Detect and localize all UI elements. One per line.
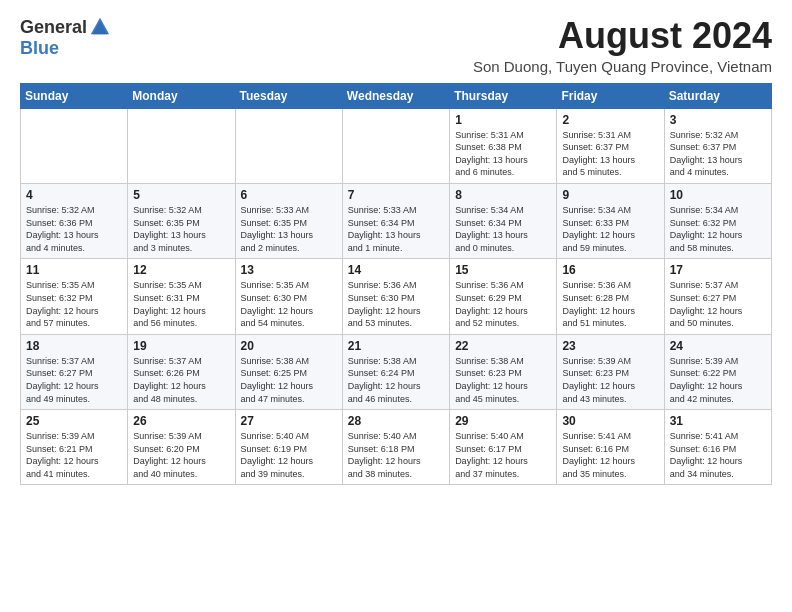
day-info: Sunrise: 5:36 AM Sunset: 6:29 PM Dayligh… xyxy=(455,279,551,329)
day-number: 12 xyxy=(133,263,229,277)
day-number: 30 xyxy=(562,414,658,428)
day-info: Sunrise: 5:38 AM Sunset: 6:23 PM Dayligh… xyxy=(455,355,551,405)
day-info: Sunrise: 5:36 AM Sunset: 6:28 PM Dayligh… xyxy=(562,279,658,329)
week-row-1: 1Sunrise: 5:31 AM Sunset: 6:38 PM Daylig… xyxy=(21,108,772,183)
day-info: Sunrise: 5:31 AM Sunset: 6:38 PM Dayligh… xyxy=(455,129,551,179)
day-info: Sunrise: 5:38 AM Sunset: 6:25 PM Dayligh… xyxy=(241,355,337,405)
calendar-cell: 28Sunrise: 5:40 AM Sunset: 6:18 PM Dayli… xyxy=(342,410,449,485)
calendar-cell: 16Sunrise: 5:36 AM Sunset: 6:28 PM Dayli… xyxy=(557,259,664,334)
day-info: Sunrise: 5:32 AM Sunset: 6:35 PM Dayligh… xyxy=(133,204,229,254)
calendar-cell: 14Sunrise: 5:36 AM Sunset: 6:30 PM Dayli… xyxy=(342,259,449,334)
calendar-cell: 3Sunrise: 5:32 AM Sunset: 6:37 PM Daylig… xyxy=(664,108,771,183)
calendar-cell: 19Sunrise: 5:37 AM Sunset: 6:26 PM Dayli… xyxy=(128,334,235,409)
calendar-cell: 26Sunrise: 5:39 AM Sunset: 6:20 PM Dayli… xyxy=(128,410,235,485)
calendar-cell: 1Sunrise: 5:31 AM Sunset: 6:38 PM Daylig… xyxy=(450,108,557,183)
day-number: 10 xyxy=(670,188,766,202)
calendar-cell: 11Sunrise: 5:35 AM Sunset: 6:32 PM Dayli… xyxy=(21,259,128,334)
day-info: Sunrise: 5:39 AM Sunset: 6:22 PM Dayligh… xyxy=(670,355,766,405)
calendar-cell: 23Sunrise: 5:39 AM Sunset: 6:23 PM Dayli… xyxy=(557,334,664,409)
day-info: Sunrise: 5:32 AM Sunset: 6:36 PM Dayligh… xyxy=(26,204,122,254)
day-number: 15 xyxy=(455,263,551,277)
day-number: 9 xyxy=(562,188,658,202)
calendar-cell: 21Sunrise: 5:38 AM Sunset: 6:24 PM Dayli… xyxy=(342,334,449,409)
calendar-cell xyxy=(342,108,449,183)
day-info: Sunrise: 5:40 AM Sunset: 6:17 PM Dayligh… xyxy=(455,430,551,480)
week-row-3: 11Sunrise: 5:35 AM Sunset: 6:32 PM Dayli… xyxy=(21,259,772,334)
day-number: 14 xyxy=(348,263,444,277)
day-number: 21 xyxy=(348,339,444,353)
day-number: 6 xyxy=(241,188,337,202)
calendar-cell: 29Sunrise: 5:40 AM Sunset: 6:17 PM Dayli… xyxy=(450,410,557,485)
calendar-cell: 5Sunrise: 5:32 AM Sunset: 6:35 PM Daylig… xyxy=(128,183,235,258)
day-number: 20 xyxy=(241,339,337,353)
week-row-5: 25Sunrise: 5:39 AM Sunset: 6:21 PM Dayli… xyxy=(21,410,772,485)
day-info: Sunrise: 5:39 AM Sunset: 6:21 PM Dayligh… xyxy=(26,430,122,480)
day-number: 16 xyxy=(562,263,658,277)
calendar-cell: 17Sunrise: 5:37 AM Sunset: 6:27 PM Dayli… xyxy=(664,259,771,334)
calendar-cell xyxy=(21,108,128,183)
logo-general-text: General xyxy=(20,17,87,38)
day-number: 29 xyxy=(455,414,551,428)
calendar-table: SundayMondayTuesdayWednesdayThursdayFrid… xyxy=(20,83,772,486)
week-row-4: 18Sunrise: 5:37 AM Sunset: 6:27 PM Dayli… xyxy=(21,334,772,409)
day-number: 1 xyxy=(455,113,551,127)
calendar-cell: 2Sunrise: 5:31 AM Sunset: 6:37 PM Daylig… xyxy=(557,108,664,183)
calendar-cell: 24Sunrise: 5:39 AM Sunset: 6:22 PM Dayli… xyxy=(664,334,771,409)
calendar-cell: 8Sunrise: 5:34 AM Sunset: 6:34 PM Daylig… xyxy=(450,183,557,258)
day-number: 11 xyxy=(26,263,122,277)
weekday-header-saturday: Saturday xyxy=(664,83,771,108)
day-info: Sunrise: 5:32 AM Sunset: 6:37 PM Dayligh… xyxy=(670,129,766,179)
logo-icon xyxy=(89,16,111,38)
day-number: 26 xyxy=(133,414,229,428)
day-info: Sunrise: 5:36 AM Sunset: 6:30 PM Dayligh… xyxy=(348,279,444,329)
day-info: Sunrise: 5:41 AM Sunset: 6:16 PM Dayligh… xyxy=(670,430,766,480)
logo: General Blue xyxy=(20,16,111,59)
calendar-cell: 10Sunrise: 5:34 AM Sunset: 6:32 PM Dayli… xyxy=(664,183,771,258)
calendar-cell: 12Sunrise: 5:35 AM Sunset: 6:31 PM Dayli… xyxy=(128,259,235,334)
weekday-header-thursday: Thursday xyxy=(450,83,557,108)
weekday-header-friday: Friday xyxy=(557,83,664,108)
day-info: Sunrise: 5:37 AM Sunset: 6:26 PM Dayligh… xyxy=(133,355,229,405)
day-info: Sunrise: 5:35 AM Sunset: 6:31 PM Dayligh… xyxy=(133,279,229,329)
day-number: 5 xyxy=(133,188,229,202)
day-number: 19 xyxy=(133,339,229,353)
day-number: 27 xyxy=(241,414,337,428)
day-info: Sunrise: 5:37 AM Sunset: 6:27 PM Dayligh… xyxy=(670,279,766,329)
logo-blue-text: Blue xyxy=(20,38,59,59)
day-info: Sunrise: 5:40 AM Sunset: 6:19 PM Dayligh… xyxy=(241,430,337,480)
day-info: Sunrise: 5:41 AM Sunset: 6:16 PM Dayligh… xyxy=(562,430,658,480)
day-info: Sunrise: 5:33 AM Sunset: 6:34 PM Dayligh… xyxy=(348,204,444,254)
weekday-header-sunday: Sunday xyxy=(21,83,128,108)
day-number: 17 xyxy=(670,263,766,277)
calendar-cell: 25Sunrise: 5:39 AM Sunset: 6:21 PM Dayli… xyxy=(21,410,128,485)
day-number: 24 xyxy=(670,339,766,353)
calendar-cell: 6Sunrise: 5:33 AM Sunset: 6:35 PM Daylig… xyxy=(235,183,342,258)
title-section: August 2024 Son Duong, Tuyen Quang Provi… xyxy=(473,16,772,75)
header: General Blue August 2024 Son Duong, Tuye… xyxy=(20,16,772,75)
calendar-cell: 30Sunrise: 5:41 AM Sunset: 6:16 PM Dayli… xyxy=(557,410,664,485)
day-number: 22 xyxy=(455,339,551,353)
day-info: Sunrise: 5:40 AM Sunset: 6:18 PM Dayligh… xyxy=(348,430,444,480)
day-number: 23 xyxy=(562,339,658,353)
day-info: Sunrise: 5:39 AM Sunset: 6:20 PM Dayligh… xyxy=(133,430,229,480)
day-info: Sunrise: 5:34 AM Sunset: 6:33 PM Dayligh… xyxy=(562,204,658,254)
day-info: Sunrise: 5:38 AM Sunset: 6:24 PM Dayligh… xyxy=(348,355,444,405)
calendar-cell xyxy=(235,108,342,183)
day-info: Sunrise: 5:33 AM Sunset: 6:35 PM Dayligh… xyxy=(241,204,337,254)
month-year: August 2024 xyxy=(473,16,772,56)
week-row-2: 4Sunrise: 5:32 AM Sunset: 6:36 PM Daylig… xyxy=(21,183,772,258)
weekday-header-tuesday: Tuesday xyxy=(235,83,342,108)
day-info: Sunrise: 5:35 AM Sunset: 6:32 PM Dayligh… xyxy=(26,279,122,329)
calendar-cell: 20Sunrise: 5:38 AM Sunset: 6:25 PM Dayli… xyxy=(235,334,342,409)
weekday-header-monday: Monday xyxy=(128,83,235,108)
calendar-cell xyxy=(128,108,235,183)
day-info: Sunrise: 5:35 AM Sunset: 6:30 PM Dayligh… xyxy=(241,279,337,329)
day-number: 31 xyxy=(670,414,766,428)
calendar-cell: 22Sunrise: 5:38 AM Sunset: 6:23 PM Dayli… xyxy=(450,334,557,409)
day-info: Sunrise: 5:34 AM Sunset: 6:34 PM Dayligh… xyxy=(455,204,551,254)
calendar-cell: 31Sunrise: 5:41 AM Sunset: 6:16 PM Dayli… xyxy=(664,410,771,485)
day-number: 25 xyxy=(26,414,122,428)
weekday-header-wednesday: Wednesday xyxy=(342,83,449,108)
day-info: Sunrise: 5:34 AM Sunset: 6:32 PM Dayligh… xyxy=(670,204,766,254)
calendar-cell: 7Sunrise: 5:33 AM Sunset: 6:34 PM Daylig… xyxy=(342,183,449,258)
